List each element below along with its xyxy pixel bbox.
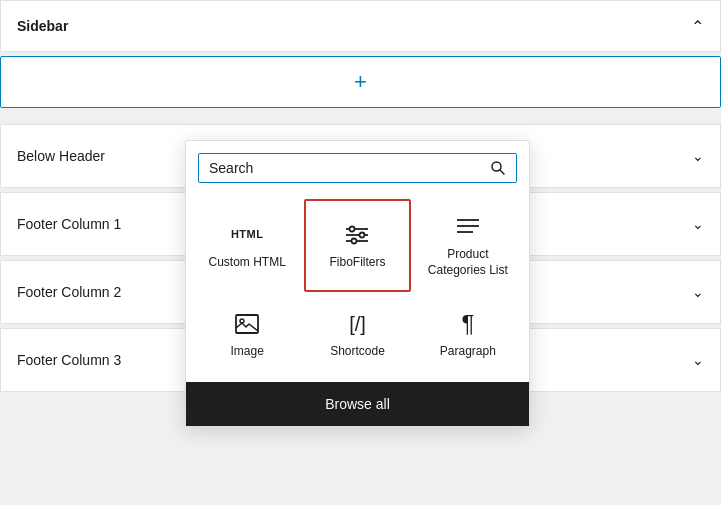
widget-item-label: Shortcode (330, 344, 385, 360)
paragraph-icon: ¶ (461, 310, 474, 338)
main-container: Sidebar ⌃ + Below Header ⌄ Footer Column… (0, 0, 721, 505)
sidebar-header: Sidebar ⌃ (0, 0, 721, 52)
product-categories-icon (455, 213, 481, 241)
widget-item-custom-html[interactable]: HTML Custom HTML (194, 199, 300, 292)
widget-row-label: Footer Column 2 (17, 284, 121, 300)
block-picker-popup: HTML Custom HTML FiboFilters (185, 140, 530, 427)
shortcode-icon: [/] (349, 310, 366, 338)
widget-row-label: Footer Column 3 (17, 352, 121, 368)
add-block-button[interactable]: + (0, 56, 721, 108)
widget-item-label: Image (230, 344, 263, 360)
widget-item-image[interactable]: Image (194, 296, 300, 374)
svg-rect-11 (236, 315, 258, 333)
image-icon (234, 310, 260, 338)
add-block-icon: + (354, 69, 367, 95)
search-icon (490, 160, 506, 176)
search-submit-button[interactable] (490, 160, 506, 176)
search-container (186, 141, 529, 191)
widget-row-label: Footer Column 1 (17, 216, 121, 232)
row-expand-icon[interactable]: ⌄ (692, 148, 704, 164)
row-expand-icon[interactable]: ⌄ (692, 284, 704, 300)
sidebar-title: Sidebar (17, 18, 68, 34)
search-input-wrapper (198, 153, 517, 183)
svg-point-6 (360, 232, 365, 237)
svg-point-7 (352, 238, 357, 243)
widget-item-paragraph[interactable]: ¶ Paragraph (415, 296, 521, 374)
widget-row-label: Below Header (17, 148, 105, 164)
widget-item-label: Product Categories List (425, 247, 511, 278)
widget-item-product-categories[interactable]: Product Categories List (415, 199, 521, 292)
widget-item-label: FiboFilters (329, 255, 385, 271)
widget-item-label: Paragraph (440, 344, 496, 360)
search-input[interactable] (209, 160, 490, 176)
custom-html-icon: HTML (231, 221, 264, 249)
widget-grid: HTML Custom HTML FiboFilters (186, 191, 529, 374)
fibofilters-icon (344, 221, 370, 249)
svg-point-5 (350, 226, 355, 231)
sidebar-collapse-icon[interactable]: ⌃ (691, 17, 704, 36)
svg-line-1 (500, 170, 504, 174)
widget-item-shortcode[interactable]: [/] Shortcode (304, 296, 410, 374)
widget-item-label: Custom HTML (208, 255, 285, 271)
row-expand-icon[interactable]: ⌄ (692, 216, 704, 232)
row-expand-icon[interactable]: ⌄ (692, 352, 704, 368)
browse-all-button[interactable]: Browse all (186, 382, 529, 426)
widget-item-fibofilters[interactable]: FiboFilters (304, 199, 410, 292)
